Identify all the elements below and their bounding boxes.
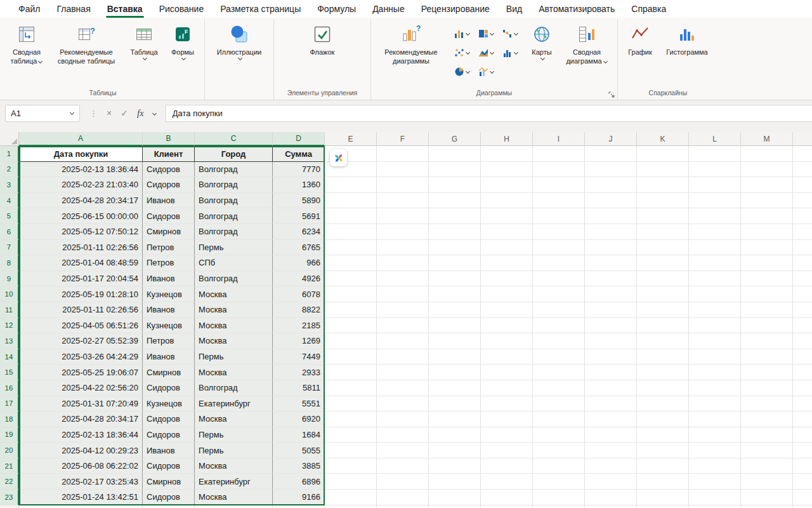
cell-F16[interactable] — [377, 380, 429, 396]
cell-M7[interactable] — [741, 240, 793, 256]
cell-F5[interactable] — [377, 208, 429, 224]
column-header-B[interactable]: B — [143, 132, 195, 146]
cell-E3[interactable] — [325, 177, 377, 193]
cell-I16[interactable] — [533, 380, 585, 396]
cell-B22[interactable]: Смирнов — [143, 474, 195, 490]
row-header-10[interactable]: 10 — [0, 286, 19, 302]
cell-K24[interactable] — [637, 505, 689, 508]
cell-H15[interactable] — [481, 364, 533, 380]
column-header-M[interactable]: M — [741, 132, 793, 146]
cell-J1[interactable] — [585, 146, 637, 162]
cell-H21[interactable] — [481, 458, 533, 474]
cell-I2[interactable] — [533, 162, 585, 178]
cell-G3[interactable] — [429, 177, 481, 193]
cell-A5[interactable]: 2025-06-15 00:00:00 — [19, 208, 143, 224]
cell-E20[interactable] — [325, 443, 377, 458]
cell-C6[interactable]: Волгоград — [195, 224, 273, 240]
cell-F14[interactable] — [377, 349, 429, 365]
cell-I3[interactable] — [533, 177, 585, 193]
cell-L16[interactable] — [689, 380, 741, 396]
cell-B1[interactable]: Клиент — [143, 146, 195, 162]
cell-L8[interactable] — [689, 255, 741, 271]
cell-M15[interactable] — [741, 364, 793, 380]
cell-K4[interactable] — [637, 193, 689, 209]
cell-E14[interactable] — [325, 349, 377, 365]
cell-K14[interactable] — [637, 349, 689, 365]
cell-I1[interactable] — [533, 146, 585, 162]
cell-E8[interactable] — [325, 255, 377, 271]
cell-A3[interactable]: 2025-02-23 21:03:40 — [19, 177, 143, 193]
cell-B5[interactable]: Сидоров — [143, 208, 195, 224]
cell-B11[interactable]: Иванов — [143, 302, 195, 318]
row-header-3[interactable]: 3 — [0, 177, 19, 193]
cell-F3[interactable] — [377, 177, 429, 193]
cell-G5[interactable] — [429, 208, 481, 224]
cell-D10[interactable]: 6078 — [273, 286, 325, 302]
cell-F23[interactable] — [377, 490, 429, 505]
cell-H24[interactable] — [481, 505, 533, 508]
cell-E10[interactable] — [325, 286, 377, 302]
cell-H17[interactable] — [481, 396, 533, 412]
chevron-down-icon[interactable] — [70, 110, 74, 115]
cell-I14[interactable] — [533, 349, 585, 365]
cell-L13[interactable] — [689, 333, 741, 349]
cell-D13[interactable]: 1269 — [273, 333, 325, 349]
cell-L1[interactable] — [689, 146, 741, 162]
cell-K5[interactable] — [637, 208, 689, 224]
cell-B16[interactable]: Сидоров — [143, 380, 195, 396]
cell-A22[interactable]: 2025-02-17 03:25:43 — [19, 474, 143, 490]
column-header-H[interactable]: H — [481, 132, 533, 146]
cell-K1[interactable] — [637, 146, 689, 162]
cell-C2[interactable]: Волгоград — [195, 162, 273, 178]
cell-J12[interactable] — [585, 318, 637, 334]
tab-view[interactable]: Вид — [498, 0, 530, 18]
tab-home[interactable]: Главная — [48, 0, 98, 18]
cell-M1[interactable] — [741, 146, 793, 162]
cell-C21[interactable]: Москва — [195, 458, 273, 474]
tab-data[interactable]: Данные — [364, 0, 413, 18]
cell-E18[interactable] — [325, 411, 377, 427]
cell-E22[interactable] — [325, 474, 377, 490]
cell-K19[interactable] — [637, 427, 689, 443]
cell-C22[interactable]: Екатеринбург — [195, 474, 273, 490]
cell-L20[interactable] — [689, 443, 741, 458]
cell-I4[interactable] — [533, 193, 585, 209]
formula-input[interactable]: Дата покупки — [166, 105, 812, 122]
cell-M9[interactable] — [741, 271, 793, 287]
cell-C13[interactable]: Москва — [195, 333, 273, 349]
cell-A19[interactable]: 2025-02-13 18:36:44 — [19, 427, 143, 443]
cell-A1[interactable]: Дата покупки — [19, 146, 143, 162]
cell-I24[interactable] — [533, 505, 585, 508]
cell-D17[interactable]: 5551 — [273, 396, 325, 412]
cell-H8[interactable] — [481, 255, 533, 271]
cell-F24[interactable] — [377, 505, 429, 508]
cell-F12[interactable] — [377, 318, 429, 334]
cell-L17[interactable] — [689, 396, 741, 412]
cell-H4[interactable] — [481, 193, 533, 209]
cell-J22[interactable] — [585, 474, 637, 490]
cell-C10[interactable]: Москва — [195, 286, 273, 302]
cell-M2[interactable] — [741, 162, 793, 178]
cell-A10[interactable]: 2025-05-19 01:28:10 — [19, 286, 143, 302]
cell-E6[interactable] — [325, 224, 377, 240]
row-header-22[interactable]: 22 — [0, 474, 19, 490]
cell-M3[interactable] — [741, 177, 793, 193]
tab-insert[interactable]: Вставка — [99, 0, 151, 18]
cell-G22[interactable] — [429, 474, 481, 490]
cell-J8[interactable] — [585, 255, 637, 271]
cell-E7[interactable] — [325, 240, 377, 256]
cell-L18[interactable] — [689, 411, 741, 427]
cell-F22[interactable] — [377, 474, 429, 490]
cell-I8[interactable] — [533, 255, 585, 271]
cell-G6[interactable] — [429, 224, 481, 240]
cell-H9[interactable] — [481, 271, 533, 287]
cell-I10[interactable] — [533, 286, 585, 302]
cell-I5[interactable] — [533, 208, 585, 224]
cell-G13[interactable] — [429, 333, 481, 349]
cell-K12[interactable] — [637, 318, 689, 334]
cell-H12[interactable] — [481, 318, 533, 334]
cell-L3[interactable] — [689, 177, 741, 193]
insert-treemap-chart-button[interactable] — [474, 24, 498, 43]
cell-J23[interactable] — [585, 490, 637, 505]
cell-C19[interactable]: Пермь — [195, 427, 273, 443]
